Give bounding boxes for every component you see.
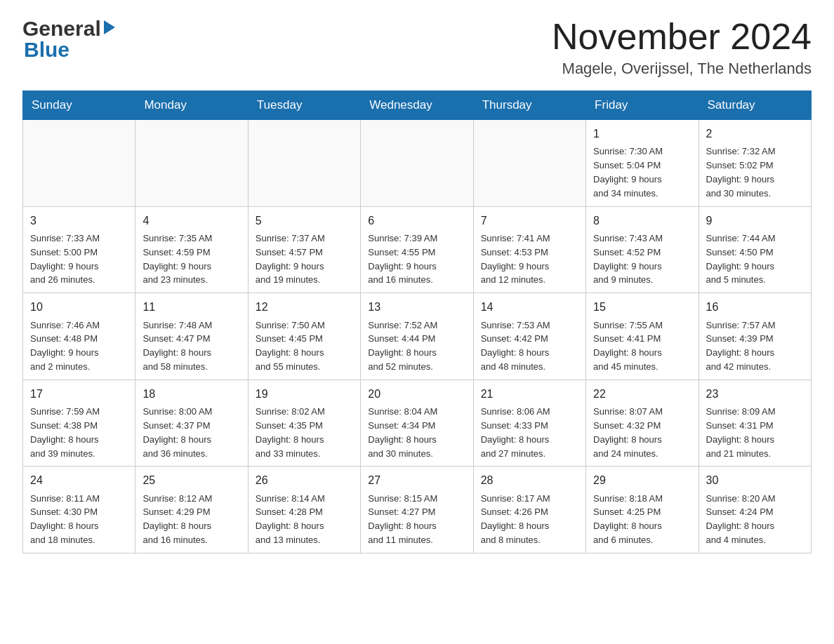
day-info: Sunrise: 7:44 AMSunset: 4:50 PMDaylight:… (706, 233, 776, 286)
day-number: 9 (706, 213, 804, 229)
calendar-cell: 18Sunrise: 8:00 AMSunset: 4:37 PMDayligh… (135, 380, 248, 467)
logo: General Blue (22, 17, 115, 62)
calendar-cell: 11Sunrise: 7:48 AMSunset: 4:47 PMDayligh… (135, 293, 248, 380)
day-info: Sunrise: 7:30 AMSunset: 5:04 PMDaylight:… (593, 146, 663, 199)
day-number: 17 (30, 386, 128, 402)
calendar-cell: 6Sunrise: 7:39 AMSunset: 4:55 PMDaylight… (361, 206, 473, 293)
day-number: 14 (481, 299, 578, 315)
day-info: Sunrise: 7:59 AMSunset: 4:38 PMDaylight:… (30, 406, 100, 459)
calendar-cell: 3Sunrise: 7:33 AMSunset: 5:00 PMDaylight… (23, 206, 135, 293)
calendar-cell: 16Sunrise: 7:57 AMSunset: 4:39 PMDayligh… (699, 293, 811, 380)
calendar-cell (361, 120, 473, 207)
calendar-cell: 12Sunrise: 7:50 AMSunset: 4:45 PMDayligh… (248, 293, 360, 380)
day-info: Sunrise: 7:39 AMSunset: 4:55 PMDaylight:… (368, 233, 437, 286)
day-number: 25 (143, 472, 240, 488)
calendar-cell: 20Sunrise: 8:04 AMSunset: 4:34 PMDayligh… (361, 380, 473, 467)
day-info: Sunrise: 7:32 AMSunset: 5:02 PMDaylight:… (706, 146, 776, 199)
day-info: Sunrise: 8:17 AMSunset: 4:26 PMDaylight:… (481, 493, 550, 546)
location-subtitle: Magele, Overijssel, The Netherlands (552, 60, 812, 78)
day-number: 26 (256, 472, 353, 488)
day-number: 7 (481, 213, 578, 229)
day-info: Sunrise: 8:18 AMSunset: 4:25 PMDaylight:… (593, 493, 663, 546)
logo-blue-text: Blue (22, 38, 115, 62)
day-number: 2 (706, 126, 804, 142)
calendar-cell (135, 120, 248, 207)
col-header-thursday: Thursday (473, 91, 585, 120)
day-number: 3 (30, 213, 128, 229)
calendar-table: SundayMondayTuesdayWednesdayThursdayFrid… (22, 90, 812, 554)
day-number: 8 (593, 213, 691, 229)
day-info: Sunrise: 7:37 AMSunset: 4:57 PMDaylight:… (256, 233, 325, 286)
day-number: 21 (481, 386, 578, 402)
calendar-cell: 2Sunrise: 7:32 AMSunset: 5:02 PMDaylight… (699, 120, 811, 207)
calendar-cell (473, 120, 585, 207)
calendar-cell (23, 120, 135, 207)
day-number: 12 (256, 299, 353, 315)
day-number: 29 (593, 472, 691, 488)
day-number: 30 (706, 472, 804, 488)
day-info: Sunrise: 7:33 AMSunset: 5:00 PMDaylight:… (30, 233, 100, 286)
calendar-cell: 17Sunrise: 7:59 AMSunset: 4:38 PMDayligh… (23, 380, 135, 467)
calendar-cell: 14Sunrise: 7:53 AMSunset: 4:42 PMDayligh… (473, 293, 585, 380)
week-row-1: 1Sunrise: 7:30 AMSunset: 5:04 PMDaylight… (23, 120, 812, 207)
week-row-3: 10Sunrise: 7:46 AMSunset: 4:48 PMDayligh… (23, 293, 812, 380)
day-number: 27 (368, 472, 465, 488)
day-number: 5 (256, 213, 353, 229)
day-number: 24 (30, 472, 128, 488)
day-number: 20 (368, 386, 465, 402)
day-number: 1 (593, 126, 691, 142)
calendar-cell: 19Sunrise: 8:02 AMSunset: 4:35 PMDayligh… (248, 380, 360, 467)
logo-general-text: General (22, 17, 101, 41)
calendar-cell: 30Sunrise: 8:20 AMSunset: 4:24 PMDayligh… (699, 467, 811, 554)
day-info: Sunrise: 7:48 AMSunset: 4:47 PMDaylight:… (143, 320, 212, 373)
day-number: 6 (368, 213, 465, 229)
calendar-cell (248, 120, 360, 207)
days-of-week-row: SundayMondayTuesdayWednesdayThursdayFrid… (23, 91, 812, 120)
col-header-wednesday: Wednesday (361, 91, 473, 120)
col-header-tuesday: Tuesday (248, 91, 360, 120)
calendar-cell: 25Sunrise: 8:12 AMSunset: 4:29 PMDayligh… (135, 467, 248, 554)
day-number: 16 (706, 299, 804, 315)
day-info: Sunrise: 7:52 AMSunset: 4:44 PMDaylight:… (368, 320, 437, 373)
calendar-body: 1Sunrise: 7:30 AMSunset: 5:04 PMDaylight… (23, 120, 812, 554)
calendar-cell: 5Sunrise: 7:37 AMSunset: 4:57 PMDaylight… (248, 206, 360, 293)
calendar-cell: 29Sunrise: 8:18 AMSunset: 4:25 PMDayligh… (586, 467, 699, 554)
day-number: 23 (706, 386, 804, 402)
day-info: Sunrise: 7:55 AMSunset: 4:41 PMDaylight:… (593, 320, 663, 373)
day-number: 15 (593, 299, 691, 315)
calendar-cell: 27Sunrise: 8:15 AMSunset: 4:27 PMDayligh… (361, 467, 473, 554)
day-info: Sunrise: 7:43 AMSunset: 4:52 PMDaylight:… (593, 233, 663, 286)
calendar-cell: 21Sunrise: 8:06 AMSunset: 4:33 PMDayligh… (473, 380, 585, 467)
logo-triangle-icon (104, 20, 115, 34)
day-info: Sunrise: 7:46 AMSunset: 4:48 PMDaylight:… (30, 320, 100, 373)
day-info: Sunrise: 8:15 AMSunset: 4:27 PMDaylight:… (368, 493, 437, 546)
day-number: 19 (256, 386, 353, 402)
col-header-sunday: Sunday (23, 91, 135, 120)
day-info: Sunrise: 8:20 AMSunset: 4:24 PMDaylight:… (706, 493, 776, 546)
col-header-monday: Monday (135, 91, 248, 120)
day-number: 22 (593, 386, 691, 402)
calendar-cell: 9Sunrise: 7:44 AMSunset: 4:50 PMDaylight… (699, 206, 811, 293)
calendar-cell: 4Sunrise: 7:35 AMSunset: 4:59 PMDaylight… (135, 206, 248, 293)
day-info: Sunrise: 8:07 AMSunset: 4:32 PMDaylight:… (593, 406, 663, 459)
day-info: Sunrise: 8:11 AMSunset: 4:30 PMDaylight:… (30, 493, 100, 546)
week-row-5: 24Sunrise: 8:11 AMSunset: 4:30 PMDayligh… (23, 467, 812, 554)
calendar-cell: 23Sunrise: 8:09 AMSunset: 4:31 PMDayligh… (699, 380, 811, 467)
col-header-friday: Friday (586, 91, 699, 120)
day-info: Sunrise: 8:09 AMSunset: 4:31 PMDaylight:… (706, 406, 776, 459)
calendar-header: SundayMondayTuesdayWednesdayThursdayFrid… (23, 91, 812, 120)
day-info: Sunrise: 7:35 AMSunset: 4:59 PMDaylight:… (143, 233, 212, 286)
day-number: 28 (481, 472, 578, 488)
col-header-saturday: Saturday (699, 91, 811, 120)
month-title: November 2024 (552, 17, 812, 57)
day-number: 13 (368, 299, 465, 315)
day-info: Sunrise: 8:00 AMSunset: 4:37 PMDaylight:… (143, 406, 212, 459)
day-number: 10 (30, 299, 128, 315)
calendar-cell: 1Sunrise: 7:30 AMSunset: 5:04 PMDaylight… (586, 120, 699, 207)
page-header: General Blue November 2024 Magele, Overi… (22, 17, 812, 78)
calendar-cell: 22Sunrise: 8:07 AMSunset: 4:32 PMDayligh… (586, 380, 699, 467)
calendar-cell: 13Sunrise: 7:52 AMSunset: 4:44 PMDayligh… (361, 293, 473, 380)
day-info: Sunrise: 8:14 AMSunset: 4:28 PMDaylight:… (256, 493, 325, 546)
day-number: 11 (143, 299, 240, 315)
day-number: 4 (143, 213, 240, 229)
